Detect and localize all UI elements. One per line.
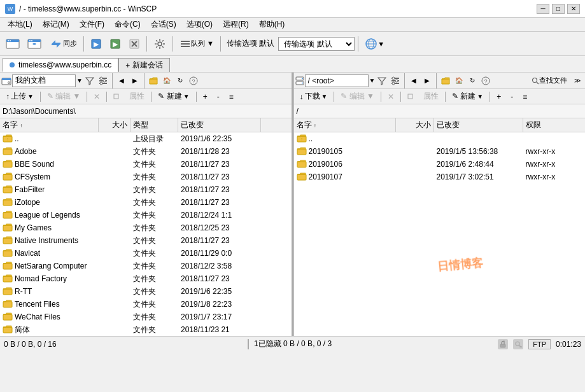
- right-new-btn[interactable]: ✎ 新建 ▼: [448, 90, 488, 103]
- left-forward-btn[interactable]: ▶: [129, 74, 141, 87]
- left-col-name-hdr[interactable]: 名字 ↑: [0, 118, 99, 132]
- file-modified: 2019/1/6 2:48:44: [434, 159, 523, 169]
- left-more-btn-3[interactable]: ≡: [225, 90, 238, 103]
- minimize-button[interactable]: ─: [537, 4, 549, 14]
- folder-icon: [3, 210, 15, 221]
- left-new-btn[interactable]: ✎ 新建 ▼: [153, 90, 194, 103]
- maximize-button[interactable]: □: [552, 4, 565, 14]
- right-file-list[interactable]: 名字 ↑ 大小 已改变 权限 ↑..201901052019/1/5 13:56…: [294, 118, 586, 336]
- menu-help[interactable]: 帮助(H): [254, 18, 290, 31]
- menu-bar: 本地(L) 标记(M) 文件(F) 命令(C) 会话(S) 选项(O) 远程(R…: [0, 18, 585, 32]
- right-download-btn[interactable]: ↓ 下载 ▼: [295, 90, 332, 103]
- right-col-modified-hdr[interactable]: 已改变: [434, 118, 523, 132]
- right-edit-btn[interactable]: ✎ 编辑 ▼: [336, 90, 379, 103]
- right-file-row[interactable]: 201901052019/1/5 13:56:38rwxr-xr-x: [294, 145, 586, 158]
- left-file-row[interactable]: My Games文件夹2018/12/25 23: [0, 221, 292, 234]
- right-properties-btn[interactable]: 属性: [419, 90, 443, 103]
- right-home-btn[interactable]: 🏠: [453, 74, 465, 87]
- right-col-perm-hdr[interactable]: 权限: [523, 118, 586, 132]
- left-upload-btn[interactable]: ↑ 上传 ▼: [1, 90, 38, 103]
- left-file-row[interactable]: NetSarang Computer文件夹2018/12/2 3:58: [0, 260, 292, 272]
- tb-btn-1[interactable]: ▶: [87, 35, 105, 53]
- left-more-btn-2[interactable]: -: [213, 90, 224, 103]
- local-browse-button[interactable]: [3, 35, 23, 53]
- sync-button[interactable]: 同步: [46, 35, 80, 53]
- left-col-size-hdr[interactable]: 大小: [99, 118, 130, 132]
- right-refresh-btn[interactable]: ↻: [466, 74, 479, 87]
- left-back-btn[interactable]: ◀: [115, 74, 128, 87]
- left-settings-btn[interactable]: [97, 74, 109, 87]
- left-extra-btn[interactable]: ?: [187, 74, 200, 87]
- left-file-row[interactable]: BBE Sound文件夹2018/11/27 23: [0, 158, 292, 171]
- right-filter-btn[interactable]: [376, 74, 388, 87]
- left-col-modified-hdr[interactable]: 已改变: [178, 118, 261, 132]
- left-folder-btn[interactable]: [147, 74, 160, 87]
- left-home-btn[interactable]: 🏠: [160, 74, 173, 87]
- left-filter-btn[interactable]: [83, 74, 96, 87]
- right-file-row[interactable]: ↑..: [294, 132, 586, 145]
- right-more-btn[interactable]: ≫: [571, 74, 584, 87]
- window-controls[interactable]: ─ □ ✕: [537, 4, 580, 14]
- find-file-btn[interactable]: 查找文件: [528, 74, 570, 87]
- close-button[interactable]: ✕: [567, 4, 580, 14]
- session-tab-active[interactable]: timeless@www.superbin.cc: [3, 58, 118, 72]
- right-back-btn[interactable]: ◀: [407, 74, 420, 87]
- right-extra-btn[interactable]: ?: [479, 74, 492, 87]
- left-copy-btn[interactable]: [109, 90, 124, 103]
- left-edit-btn[interactable]: ✎ 编辑 ▼: [43, 90, 85, 103]
- left-file-row[interactable]: Nomad Factory文件夹2018/11/27 23: [0, 272, 292, 285]
- file-name: League of Legends: [15, 211, 80, 220]
- menu-remote[interactable]: 远程(R): [218, 18, 254, 31]
- menu-command[interactable]: 命令(C): [109, 18, 146, 31]
- menu-session[interactable]: 会话(S): [146, 18, 181, 31]
- left-path-input[interactable]: [12, 74, 76, 87]
- left-properties-btn[interactable]: 属性: [125, 90, 149, 103]
- menu-mark[interactable]: 标记(M): [38, 18, 74, 31]
- right-col-name-hdr[interactable]: 名字 ↑: [294, 118, 396, 132]
- up-icon: ↑: [3, 134, 15, 144]
- left-file-row[interactable]: FabFilter文件夹2018/11/27 23: [0, 183, 292, 196]
- left-col-type-hdr[interactable]: 类型: [130, 118, 178, 132]
- transfer-combo[interactable]: 传输选项 默认: [278, 37, 355, 51]
- right-file-row[interactable]: 201901072019/1/7 3:02:51rwxr-xr-x: [294, 171, 586, 183]
- left-file-row[interactable]: Adobe文件夹2018/11/28 23: [0, 145, 292, 158]
- left-file-row[interactable]: League of Legends文件夹2018/12/24 1:1: [0, 209, 292, 221]
- menu-options[interactable]: 选项(O): [181, 18, 218, 31]
- file-type: 上级目录: [130, 133, 178, 145]
- left-file-row[interactable]: CFSystem文件夹2018/11/27 23: [0, 171, 292, 183]
- settings-button[interactable]: [150, 35, 169, 53]
- right-delete-btn[interactable]: ✕: [383, 90, 398, 103]
- left-file-list[interactable]: 名字 ↑ 大小 类型 已改变 ↑..上级目录2019/1/6 22:35Adob…: [0, 118, 292, 336]
- folder-icon: [3, 185, 15, 195]
- right-col-size-hdr[interactable]: 大小: [396, 118, 434, 132]
- left-delete-btn[interactable]: ✕: [89, 90, 104, 103]
- left-file-row[interactable]: Navicat文件夹2018/11/29 0:0: [0, 247, 292, 260]
- right-copy-btn[interactable]: [403, 90, 418, 103]
- left-file-row[interactable]: 简体文件夹2018/11/23 21: [0, 323, 292, 336]
- queue-button[interactable]: 队列 ▼: [176, 35, 217, 53]
- left-more-btn-1[interactable]: +: [199, 90, 212, 103]
- remote-browse-button[interactable]: [24, 35, 45, 53]
- globe-button[interactable]: ▼: [362, 35, 388, 53]
- left-file-row[interactable]: R-TT文件夹2019/1/6 22:35: [0, 285, 292, 298]
- right-folder-btn[interactable]: [439, 74, 452, 87]
- tb-btn-2[interactable]: ▶: [106, 35, 124, 53]
- left-file-row[interactable]: iZotope文件夹2018/11/27 23: [0, 196, 292, 209]
- right-file-row[interactable]: 201901062019/1/6 2:48:44rwxr-xr-x: [294, 158, 586, 171]
- file-name: 20190107: [309, 172, 342, 181]
- right-forward-btn[interactable]: ▶: [421, 74, 433, 87]
- left-file-row[interactable]: ↑..上级目录2019/1/6 22:35: [0, 132, 292, 145]
- menu-file[interactable]: 文件(F): [74, 18, 109, 31]
- right-path-input[interactable]: [305, 74, 369, 87]
- left-refresh-btn[interactable]: ↻: [174, 74, 187, 87]
- menu-local[interactable]: 本地(L): [3, 18, 38, 31]
- left-file-row[interactable]: Tencent Files文件夹2019/1/8 22:23: [0, 298, 292, 311]
- tb-btn-3[interactable]: [125, 35, 143, 53]
- right-more-btn-2[interactable]: -: [506, 90, 518, 103]
- right-more-btn-3[interactable]: ≡: [518, 90, 532, 103]
- new-session-tab[interactable]: + 新建会话: [118, 58, 169, 72]
- right-settings-btn[interactable]: [389, 74, 402, 87]
- right-more-btn-1[interactable]: +: [492, 90, 505, 103]
- left-file-row[interactable]: Native Instruments文件夹2018/11/27 23: [0, 234, 292, 247]
- left-file-row[interactable]: WeChat Files文件夹2019/1/7 23:17: [0, 311, 292, 323]
